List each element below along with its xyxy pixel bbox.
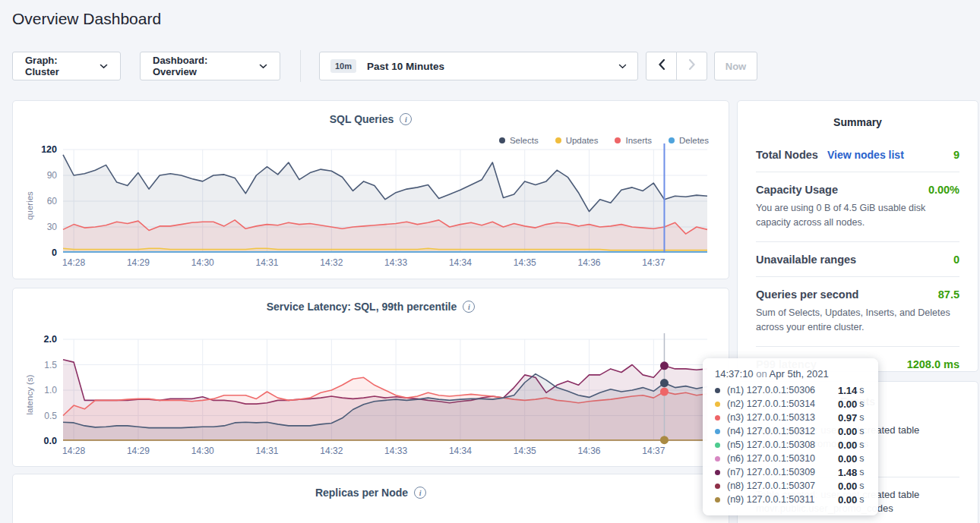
sql-queries-title: SQL Queries	[330, 113, 394, 125]
sql-queries-panel: SQL Queries i SelectsUpdatesInsertsDelet…	[12, 100, 729, 279]
legend-item-inserts: Inserts	[615, 136, 652, 145]
legend-label: Selects	[510, 136, 539, 145]
x-axis-tick: 14:32	[320, 446, 343, 456]
node-color-dot-icon	[715, 388, 720, 393]
x-axis-tick: 14:32	[320, 257, 343, 268]
node-color-dot-icon	[715, 415, 720, 421]
legend-label: Updates	[566, 136, 599, 145]
latency-unit: s	[859, 399, 864, 409]
tooltip-node-row: (n2) 127.0.0.1:503140.00s	[715, 397, 866, 411]
node-address: (n1) 127.0.0.1:50306	[727, 385, 838, 395]
node-latency-value: 0.00	[838, 480, 857, 492]
latency-unit: s	[859, 453, 864, 464]
y-axis-tick: 0	[14, 247, 57, 258]
x-axis-tick: 14:29	[127, 446, 150, 456]
latency-unit: s	[859, 426, 864, 436]
y-axis-tick: 0.0	[14, 436, 57, 446]
tooltip-node-row: (n8) 127.0.0.1:503070.00s	[715, 479, 866, 493]
dashboard-dropdown[interactable]: Dashboard: Overview	[140, 52, 280, 80]
node-latency-value: 0.00	[838, 426, 857, 437]
chart-tooltip: 14:37:10 on Apr 5th, 2021 (n1) 127.0.0.1…	[703, 358, 878, 515]
hover-point-marker	[660, 388, 669, 396]
chevron-left-icon	[658, 58, 665, 74]
chevron-down-icon	[100, 64, 108, 69]
latency-unit: s	[859, 385, 864, 395]
y-axis-tick: 60	[14, 196, 57, 206]
info-icon[interactable]: i	[463, 301, 475, 313]
legend-label: Inserts	[625, 136, 652, 145]
queries-per-second-label: Queries per second	[756, 288, 858, 301]
x-axis-tick: 14:36	[578, 257, 601, 268]
graph-dropdown[interactable]: Graph: Cluster	[12, 52, 121, 80]
x-axis-tick: 14:29	[127, 257, 150, 268]
node-color-dot-icon	[715, 497, 720, 503]
time-range-dropdown[interactable]: 10m Past 10 Minutes	[319, 52, 638, 80]
latency-unit: s	[859, 494, 864, 505]
y-axis-tick: 2.0	[14, 334, 57, 345]
latency-unit: s	[859, 412, 864, 423]
summary-item-capacity-usage: Capacity Usage 0.00% You are using 0 B o…	[756, 172, 959, 241]
time-range-badge: 10m	[330, 59, 356, 73]
x-axis-tick: 14:31	[256, 446, 279, 456]
hover-point-marker	[660, 436, 669, 444]
node-address: (n8) 127.0.0.1:50307	[727, 480, 838, 491]
legend-dot-icon	[555, 137, 561, 143]
latency-unit: s	[859, 467, 864, 477]
legend-item-updates: Updates	[555, 136, 599, 145]
service-latency-title: Service Latency: SQL, 99th percentile	[267, 301, 457, 313]
node-color-dot-icon	[715, 484, 720, 489]
tooltip-node-row: (n1) 127.0.0.1:503061.14s	[715, 383, 866, 397]
chevron-down-icon	[259, 64, 267, 69]
node-address: (n7) 127.0.0.1:50309	[727, 467, 838, 477]
node-address: (n5) 127.0.0.1:50308	[727, 440, 838, 450]
now-button-label: Now	[726, 61, 746, 72]
time-next-button[interactable]	[676, 52, 707, 80]
node-latency-value: 1.14	[838, 385, 857, 396]
y-axis-tick: 1.5	[14, 360, 57, 370]
legend-label: Deletes	[679, 136, 709, 145]
unavailable-ranges-value: 0	[953, 254, 959, 266]
node-address: (n9) 127.0.0.1:50311	[727, 494, 838, 505]
capacity-usage-description: You are using 0 B of 4.5 GiB usable disk…	[756, 201, 959, 231]
y-axis-tick: 120	[14, 144, 57, 155]
sql-chart-plot[interactable]	[63, 150, 707, 253]
x-axis-tick: 14:37	[642, 446, 665, 456]
node-color-dot-icon	[715, 429, 720, 434]
y-axis-tick: 1.0	[14, 385, 57, 395]
x-axis-tick: 14:37	[642, 257, 665, 268]
capacity-usage-label: Capacity Usage	[756, 184, 838, 196]
time-range-label: Past 10 Minutes	[367, 61, 444, 72]
latency-chart-plot[interactable]	[63, 339, 707, 441]
legend-dot-icon	[615, 137, 621, 143]
x-axis-tick: 14:35	[514, 446, 536, 456]
view-nodes-list-link[interactable]: View nodes list	[827, 149, 904, 161]
x-axis-tick: 14:34	[449, 446, 472, 456]
now-button[interactable]: Now	[714, 52, 757, 80]
legend-dot-icon	[669, 137, 675, 143]
tooltip-node-row: (n7) 127.0.0.1:503091.48s	[715, 465, 866, 479]
node-color-dot-icon	[715, 443, 720, 448]
node-address: (n4) 127.0.0.1:50312	[727, 426, 838, 436]
y-axis-tick: 90	[14, 170, 57, 181]
tooltip-node-row: (n9) 127.0.0.1:503110.00s	[715, 493, 866, 506]
time-prev-button[interactable]	[646, 52, 677, 80]
hover-point-marker	[660, 361, 669, 370]
node-latency-value: 0.00	[838, 399, 857, 410]
x-axis-tick: 14:33	[384, 257, 407, 268]
node-address: (n3) 127.0.0.1:50313	[727, 412, 838, 423]
x-axis-tick: 14:30	[191, 446, 214, 456]
replicas-per-node-panel: Replicas per Node i	[12, 474, 729, 523]
info-icon[interactable]: i	[400, 113, 412, 125]
tooltip-node-row: (n5) 127.0.0.1:503080.00s	[715, 438, 866, 452]
graph-dropdown-label: Graph: Cluster	[25, 55, 92, 77]
info-icon[interactable]: i	[414, 487, 426, 499]
total-nodes-label: Total Nodes	[756, 149, 818, 161]
node-latency-value: 1.48	[838, 467, 857, 478]
capacity-usage-value: 0.00%	[928, 184, 959, 196]
node-color-dot-icon	[715, 402, 720, 407]
x-axis-tick: 14:28	[62, 446, 85, 456]
legend-item-selects: Selects	[499, 136, 539, 145]
summary-item-unavailable-ranges: Unavailable ranges 0	[756, 241, 959, 276]
queries-per-second-value: 87.5	[938, 288, 959, 301]
queries-per-second-description: Sum of Selects, Updates, Inserts, and De…	[756, 306, 959, 336]
